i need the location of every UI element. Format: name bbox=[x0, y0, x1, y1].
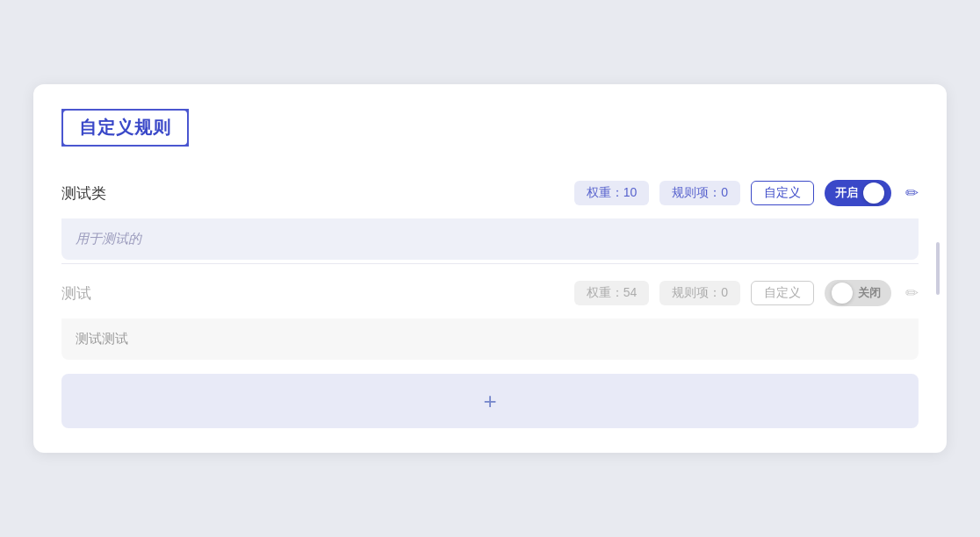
bracket-bl bbox=[61, 136, 72, 147]
edit-icon-1[interactable]: ✏ bbox=[905, 183, 919, 203]
rules-badge-1: 规则项：0 bbox=[659, 181, 740, 205]
main-card: 自定义规则 测试类 权重：10 规则项：0 自定义 开启 ✏ 用于测试的 测试 … bbox=[33, 84, 947, 453]
rules-badge-2: 规则项：0 bbox=[659, 281, 740, 305]
page-title: 自定义规则 bbox=[79, 116, 171, 140]
add-icon: + bbox=[483, 390, 496, 412]
rule-desc-2: 测试测试 bbox=[61, 319, 919, 360]
toggle-off-2[interactable]: 关闭 bbox=[825, 280, 891, 306]
type-badge-1: 自定义 bbox=[751, 181, 814, 205]
toggle-off-knob-2 bbox=[832, 283, 853, 304]
toggle-off-label-2: 关闭 bbox=[858, 285, 881, 301]
rule-name-2: 测试 bbox=[61, 283, 237, 304]
title-wrapper: 自定义规则 bbox=[61, 109, 189, 147]
rule-row-2: 测试 权重：54 规则项：0 自定义 关闭 ✏ 测试测试 bbox=[61, 268, 919, 360]
type-badge-2: 自定义 bbox=[751, 281, 814, 305]
rule-desc-1: 用于测试的 bbox=[61, 218, 919, 260]
bracket-tl bbox=[61, 109, 72, 119]
rule-main-1: 测试类 权重：10 规则项：0 自定义 开启 ✏ bbox=[61, 168, 919, 218]
row-divider bbox=[61, 263, 919, 264]
rule-main-2: 测试 权重：54 规则项：0 自定义 关闭 ✏ bbox=[61, 268, 919, 319]
toggle-on-label-1: 开启 bbox=[835, 185, 858, 201]
bracket-tr bbox=[178, 109, 189, 119]
rule-row-1: 测试类 权重：10 规则项：0 自定义 开启 ✏ 用于测试的 bbox=[61, 168, 919, 260]
weight-badge-1: 权重：10 bbox=[574, 181, 650, 205]
edit-icon-2[interactable]: ✏ bbox=[905, 283, 919, 303]
rule-name-1: 测试类 bbox=[61, 183, 237, 204]
toggle-on-1[interactable]: 开启 bbox=[825, 180, 891, 206]
bracket-br bbox=[178, 136, 189, 147]
weight-badge-2: 权重：54 bbox=[574, 281, 650, 305]
toggle-on-knob-1 bbox=[863, 183, 884, 204]
add-rule-button[interactable]: + bbox=[61, 374, 919, 428]
scrollbar bbox=[936, 242, 940, 295]
